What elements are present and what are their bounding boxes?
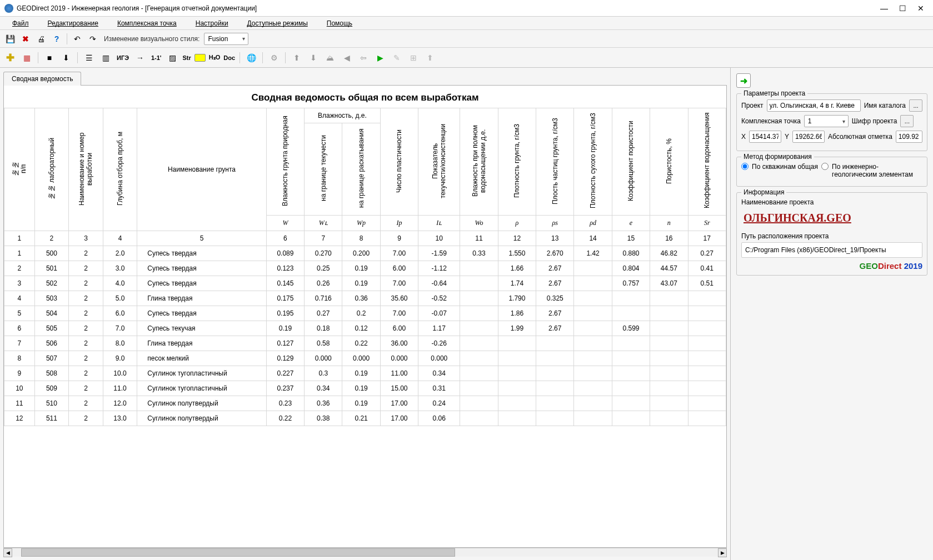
colnum-cell: 13 bbox=[536, 231, 574, 246]
up2-icon[interactable]: ⬆ bbox=[423, 51, 437, 64]
table-row[interactable]: 10509211.0Суглинок тугопластичный0.2370.… bbox=[4, 381, 726, 396]
menu-settings[interactable]: Настройки bbox=[187, 18, 237, 29]
list-icon[interactable]: ☰ bbox=[82, 51, 96, 64]
print-icon[interactable]: 🖨 bbox=[34, 32, 48, 46]
save-icon[interactable]: 💾 bbox=[3, 32, 17, 46]
menu-file[interactable]: Файл bbox=[3, 18, 38, 29]
gear-icon[interactable]: ⚙ bbox=[267, 51, 281, 64]
chart-icon[interactable]: ▥ bbox=[99, 51, 112, 64]
go-button[interactable]: ➜ bbox=[736, 73, 751, 88]
table-row[interactable]: 650527.0Супесь текучая0.190.180.126.001.… bbox=[4, 321, 726, 336]
table-row[interactable]: 350224.0Супесь твердая0.1450.260.197.00-… bbox=[4, 276, 726, 291]
edit-icon[interactable]: ✎ bbox=[390, 51, 403, 64]
cell: 1.17 bbox=[418, 321, 460, 336]
colnum-cell: 6 bbox=[266, 231, 304, 246]
col-n: Пористость, % bbox=[665, 114, 673, 208]
style-combo[interactable]: Fusion bbox=[204, 33, 248, 45]
cell bbox=[536, 336, 574, 351]
cell: 0.089 bbox=[266, 246, 304, 261]
back-icon[interactable]: ⇦ bbox=[357, 51, 370, 64]
table-row[interactable]: 11510212.0Суглинок полутвердый0.230.360.… bbox=[4, 396, 726, 411]
x-input[interactable] bbox=[749, 131, 781, 143]
abs-input[interactable] bbox=[896, 131, 922, 143]
cell: 500 bbox=[34, 246, 69, 261]
cell bbox=[574, 411, 612, 426]
black-square-icon[interactable]: ■ bbox=[43, 51, 56, 64]
menu-edit[interactable]: Редактирование bbox=[39, 18, 107, 29]
cell: Суглинок тугопластичный bbox=[137, 366, 266, 381]
cell: 1.99 bbox=[498, 321, 536, 336]
catalog-browse-button[interactable]: ... bbox=[909, 99, 922, 112]
globe-icon[interactable]: 🌐 bbox=[245, 51, 258, 64]
cell: 0.19 bbox=[342, 366, 380, 381]
cell: 2 bbox=[4, 261, 35, 276]
radio-by-ige[interactable] bbox=[821, 163, 829, 170]
cell bbox=[650, 381, 688, 396]
arrow-right-icon[interactable]: → bbox=[133, 51, 147, 64]
str-button[interactable]: Str bbox=[182, 51, 191, 64]
colnum-cell: 2 bbox=[34, 231, 69, 246]
play-icon[interactable]: ▶ bbox=[373, 51, 387, 64]
cell: 2 bbox=[69, 336, 103, 351]
cell: Суглинок полутвердый bbox=[137, 411, 266, 426]
cipher-browse-button[interactable]: ... bbox=[900, 115, 914, 127]
project-name-link[interactable]: ОЛЬГИНСКАЯ.GEO bbox=[741, 208, 922, 228]
delete-icon[interactable]: ✖ bbox=[19, 32, 32, 46]
snap-icon[interactable]: ⊞ bbox=[407, 51, 420, 64]
yellow-box-icon[interactable] bbox=[194, 54, 206, 62]
minimize-button[interactable]: — bbox=[880, 4, 888, 13]
col-nlab: №№ лабораторный bbox=[48, 122, 56, 216]
h2o-button[interactable]: H₂O bbox=[209, 51, 221, 64]
table-row[interactable]: 850729.0песок мелкий0.1290.0000.0000.000… bbox=[4, 351, 726, 366]
ige-button[interactable]: ИГЭ bbox=[116, 51, 130, 64]
right-panel: ➜ Параметры проекта Проект Имя каталога … bbox=[730, 68, 933, 560]
menu-help[interactable]: Помощь bbox=[318, 18, 361, 29]
cell: 0.880 bbox=[612, 246, 650, 261]
section-button[interactable]: 1-1' bbox=[150, 51, 163, 64]
down-arrow-icon[interactable]: ⬇ bbox=[307, 51, 320, 64]
table-row[interactable]: 150022.0Супесь твердая0.0890.2700.2007.0… bbox=[4, 246, 726, 261]
table-row[interactable]: 12511213.0Суглинок полутвердый0.220.380.… bbox=[4, 411, 726, 426]
add-icon[interactable]: ✚ bbox=[3, 51, 17, 64]
image-icon[interactable]: ⛰ bbox=[323, 51, 337, 64]
table-row[interactable]: 550426.0Супесь твердая0.1950.270.27.00-0… bbox=[4, 306, 726, 321]
hatch-icon[interactable]: ▨ bbox=[166, 51, 179, 64]
table-row[interactable]: 750628.0Глина твердая0.1270.580.2236.00-… bbox=[4, 336, 726, 351]
symbol-cell: Sr bbox=[688, 216, 726, 231]
horizontal-scrollbar[interactable]: ◀ ▶ bbox=[3, 548, 727, 557]
table-row[interactable]: 450325.0Глина твердая0.1750.7160.3635.60… bbox=[4, 291, 726, 306]
cell bbox=[688, 321, 726, 336]
project-path: C:/Program Files (x86)/GEODirect_19/Прое… bbox=[741, 242, 922, 258]
symbol-cell: Wʟ bbox=[305, 216, 342, 231]
doc-button[interactable]: Doc bbox=[223, 51, 235, 64]
y-input[interactable] bbox=[792, 131, 825, 143]
help-icon[interactable]: ? bbox=[50, 32, 63, 46]
cell: 503 bbox=[34, 291, 69, 306]
cell: 2.67 bbox=[536, 321, 574, 336]
cell: -0.07 bbox=[418, 306, 460, 321]
maximize-button[interactable]: ☐ bbox=[899, 4, 906, 13]
table-row[interactable]: 9508210.0Суглинок тугопластичный0.2270.3… bbox=[4, 366, 726, 381]
cell: 0.129 bbox=[266, 351, 304, 366]
download-icon[interactable]: ⬇ bbox=[59, 51, 73, 64]
tab-summary[interactable]: Сводная ведомость bbox=[3, 72, 81, 86]
table-row[interactable]: 250123.0Супесь твердая0.1230.250.196.00-… bbox=[4, 261, 726, 276]
cell bbox=[650, 321, 688, 336]
cell bbox=[688, 366, 726, 381]
redo-icon[interactable]: ↷ bbox=[86, 32, 99, 46]
close-button[interactable]: ✕ bbox=[917, 4, 924, 13]
menu-complex[interactable]: Комплексная точка bbox=[108, 18, 186, 29]
symbol-cell: e bbox=[612, 216, 650, 231]
grid-icon[interactable]: ▦ bbox=[20, 51, 33, 64]
complex-combo[interactable]: 1 bbox=[804, 115, 849, 127]
radio-by-wells[interactable] bbox=[741, 163, 749, 170]
menu-modes[interactable]: Доступные режимы bbox=[238, 18, 317, 29]
undo-icon[interactable]: ↶ bbox=[71, 32, 84, 46]
cell: 0.237 bbox=[266, 381, 304, 396]
cell: 8 bbox=[4, 351, 35, 366]
cell bbox=[498, 351, 536, 366]
project-input[interactable] bbox=[767, 99, 861, 112]
up-arrow-icon[interactable]: ⬆ bbox=[290, 51, 303, 64]
prev-icon[interactable]: ◀ bbox=[340, 51, 353, 64]
cell: 2 bbox=[69, 411, 103, 426]
